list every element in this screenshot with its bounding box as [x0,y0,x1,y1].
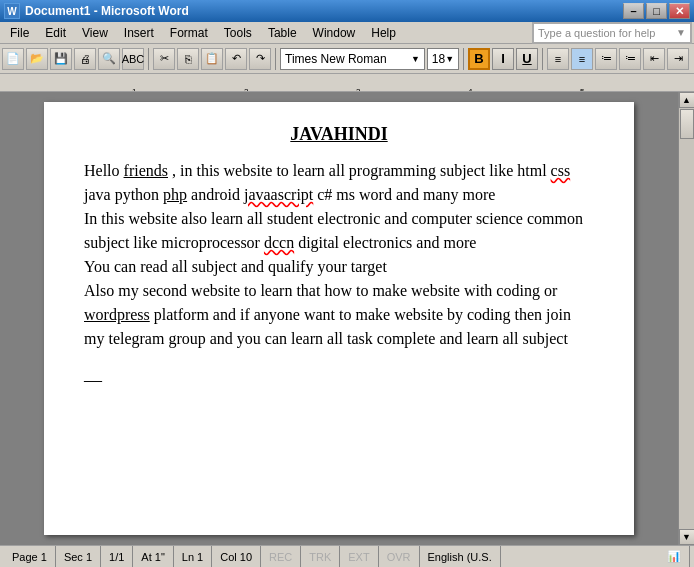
bold-button[interactable]: B [468,48,490,70]
paragraph-4: Also my second website to learn that how… [84,279,594,351]
scroll-up-button[interactable]: ▲ [679,92,695,108]
preview-button[interactable]: 🔍 [98,48,120,70]
sep4 [542,48,543,70]
status-col: Col 10 [212,546,261,567]
menu-insert[interactable]: Insert [116,24,162,42]
title-bar-buttons[interactable]: – □ ✕ [623,3,690,19]
sep3 [463,48,464,70]
title-text: Document1 - Microsoft Word [25,4,189,18]
paste-button[interactable]: 📋 [201,48,223,70]
menu-table[interactable]: Table [260,24,305,42]
maximize-button[interactable]: □ [646,3,667,19]
scrollbar-vertical[interactable]: ▲ ▼ [678,92,694,545]
align-center-button[interactable]: ≡ [571,48,593,70]
status-ln: Ln 1 [174,546,212,567]
menu-tools[interactable]: Tools [216,24,260,42]
svg-text:2: 2 [244,87,249,93]
italic-button[interactable]: I [492,48,514,70]
help-search[interactable]: Type a question for help ▼ [532,22,692,44]
menu-view[interactable]: View [74,24,116,42]
title-bar-left: W Document1 - Microsoft Word [4,3,189,19]
open-button[interactable]: 📂 [26,48,48,70]
undo-button[interactable]: ↶ [225,48,247,70]
minimize-button[interactable]: – [623,3,644,19]
status-page: Page 1 [4,546,56,567]
close-button[interactable]: ✕ [669,3,690,19]
content-area: JAVAHINDI Hello friends , in this websit… [0,92,694,545]
paragraph-1: Hello friends , in this website to learn… [84,159,594,207]
status-ext: EXT [340,546,378,567]
underline-button[interactable]: U [516,48,538,70]
status-bar: Page 1 Sec 1 1/1 At 1" Ln 1 Col 10 REC T… [0,545,694,567]
status-at: At 1" [133,546,173,567]
svg-text:1: 1 [132,87,137,93]
svg-text:5: 5 [580,87,585,93]
menu-file[interactable]: File [2,24,37,42]
svg-text:3: 3 [356,87,361,93]
status-pages: 1/1 [101,546,133,567]
paragraph-3: You can read all subject and qualify you… [84,255,594,279]
svg-text:4: 4 [468,87,473,93]
copy-button[interactable]: ⎘ [177,48,199,70]
menu-window[interactable]: Window [305,24,364,42]
document-body[interactable]: Hello friends , in this website to learn… [84,159,594,394]
search-dropdown-icon[interactable]: ▼ [676,27,686,38]
bullets-button[interactable]: ≔ [595,48,617,70]
word-icon: W [4,3,20,19]
menu-format[interactable]: Format [162,24,216,42]
menu-bar: File Edit View Insert Format Tools Table… [0,22,694,44]
font-size-selector[interactable]: 18 ▼ [427,48,459,70]
new-button[interactable]: 📄 [2,48,24,70]
status-icon[interactable]: 📊 [659,546,690,567]
redo-button[interactable]: ↷ [249,48,271,70]
sep1 [148,48,149,70]
font-name: Times New Roman [285,52,387,66]
font-size: 18 [432,52,445,66]
size-dropdown-icon[interactable]: ▼ [445,54,454,64]
spell-button[interactable]: ABC [122,48,144,70]
scroll-track[interactable] [679,108,695,529]
scroll-thumb[interactable] [680,109,694,139]
menu-help[interactable]: Help [363,24,404,42]
status-trk: TRK [301,546,340,567]
doc-container[interactable]: JAVAHINDI Hello friends , in this websit… [0,92,678,545]
print-button[interactable]: 🖨 [74,48,96,70]
font-selector[interactable]: Times New Roman ▼ [280,48,425,70]
indent-increase-button[interactable]: ⇥ [667,48,689,70]
sep2 [275,48,276,70]
cut-button[interactable]: ✂ [153,48,175,70]
ruler: 1 2 3 4 5 [0,74,694,92]
align-left-button[interactable]: ≡ [547,48,569,70]
save-button[interactable]: 💾 [50,48,72,70]
status-ovr: OVR [379,546,420,567]
document-page[interactable]: JAVAHINDI Hello friends , in this websit… [44,102,634,535]
indent-decrease-button[interactable]: ⇤ [643,48,665,70]
scroll-down-button[interactable]: ▼ [679,529,695,545]
status-lang: English (U.S. [420,546,501,567]
document-title: JAVAHINDI [84,122,594,147]
numbering-button[interactable]: ≔ [619,48,641,70]
menu-edit[interactable]: Edit [37,24,74,42]
status-sec: Sec 1 [56,546,101,567]
font-dropdown-icon[interactable]: ▼ [411,54,420,64]
title-bar: W Document1 - Microsoft Word – □ ✕ [0,0,694,22]
help-search-text: Type a question for help [538,27,655,39]
toolbar: 📄 📂 💾 🖨 🔍 ABC ✂ ⎘ 📋 ↶ ↷ Times New Roman … [0,44,694,74]
document-dash: — [84,367,594,394]
paragraph-2: In this website also learn all student e… [84,207,594,255]
status-rec: REC [261,546,301,567]
